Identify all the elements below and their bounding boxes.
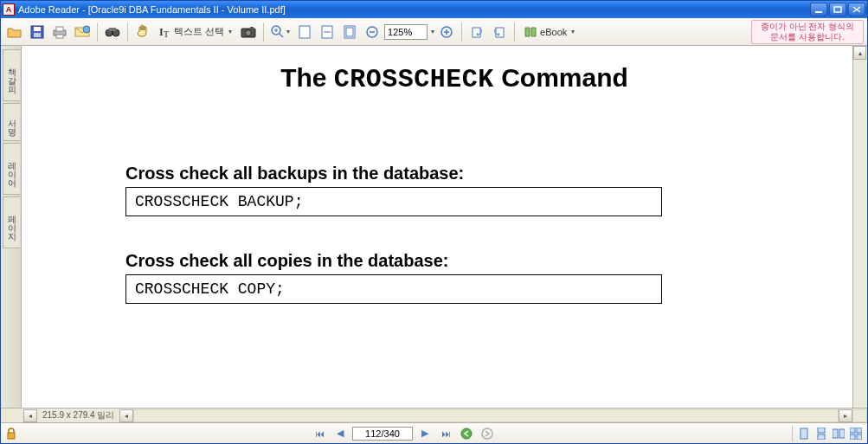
window-title: Adobe Reader - [Oracle9i DBA Fundamental… xyxy=(18,4,286,15)
actual-size-button[interactable] xyxy=(339,22,360,42)
select-text-button[interactable]: IT 텍스트 선택 ▾ xyxy=(155,22,236,42)
toolbar: IT 텍스트 선택 ▾ ▾ ▾ eBook ▾ 종이가 아닌 전자 형식의 문서… xyxy=(1,18,867,46)
continuous-view-button[interactable] xyxy=(813,426,829,441)
zoom-in-button[interactable]: ▾ xyxy=(268,22,293,42)
facing-icon xyxy=(833,428,845,440)
rotate-ccw-icon xyxy=(470,25,484,39)
snapshot-button[interactable] xyxy=(238,22,259,42)
first-page-button[interactable]: ⏮ xyxy=(311,426,328,441)
lock-icon xyxy=(4,427,18,441)
minimize-icon xyxy=(814,6,823,13)
open-button[interactable] xyxy=(4,22,25,42)
ebook-label: eBook xyxy=(540,27,567,37)
svg-rect-7 xyxy=(56,35,63,38)
notice-line2: 문서를 사용합니다. xyxy=(754,32,861,42)
svg-rect-1 xyxy=(834,7,841,12)
search-button[interactable] xyxy=(102,22,123,42)
hscroll-track[interactable] xyxy=(133,409,839,422)
nav-separator xyxy=(792,426,793,441)
side-tab-pages[interactable]: 페이지 xyxy=(3,196,20,248)
back-button[interactable] xyxy=(458,426,475,441)
svg-rect-27 xyxy=(8,433,15,439)
chevron-down-icon[interactable]: ▾ xyxy=(431,28,434,35)
hand-tool-button[interactable] xyxy=(132,22,153,42)
scroll-up-button[interactable]: ▴ xyxy=(853,46,866,60)
code-block: CROSSCHECK BACKUP; xyxy=(125,187,662,216)
print-button[interactable] xyxy=(49,22,70,42)
save-button[interactable] xyxy=(27,22,48,42)
side-tab-signatures[interactable]: 서명 xyxy=(3,103,20,141)
svg-rect-17 xyxy=(250,27,254,29)
rotate-ccw-button[interactable] xyxy=(466,22,487,42)
notice-line1: 종이가 아닌 전자 형식의 xyxy=(754,22,861,32)
svg-rect-36 xyxy=(857,428,862,433)
prev-page-button[interactable]: ◀ xyxy=(331,426,349,441)
continuous-facing-icon xyxy=(850,428,862,440)
back-circle-icon xyxy=(460,428,473,440)
section-heading: Cross check all copies in the database: xyxy=(125,251,783,271)
ebook-button[interactable]: eBook ▾ xyxy=(519,22,579,42)
svg-rect-4 xyxy=(34,33,41,37)
last-page-button[interactable]: ⏭ xyxy=(437,426,454,441)
svg-rect-26 xyxy=(496,28,504,37)
folder-open-icon xyxy=(7,25,23,39)
page-dimensions: 215.9 x 279.4 밀리 xyxy=(37,409,119,421)
next-page-button[interactable]: ▶ xyxy=(416,426,434,441)
single-page-view-button[interactable] xyxy=(796,426,812,441)
scroll-right-button[interactable]: ▸ xyxy=(839,409,852,422)
book-icon xyxy=(524,26,537,38)
zoom-out-button[interactable] xyxy=(362,22,383,42)
svg-rect-33 xyxy=(833,429,838,438)
navigation-bar: ⏮ ◀ ▶ ⏭ xyxy=(1,422,867,443)
svg-rect-37 xyxy=(850,434,855,440)
section-heading: Cross check all backups in the database: xyxy=(125,164,783,183)
titlebar: A Adobe Reader - [Oracle9i DBA Fundament… xyxy=(1,1,867,18)
svg-rect-31 xyxy=(818,428,825,433)
fit-page-button[interactable] xyxy=(294,22,315,42)
svg-point-9 xyxy=(83,26,90,33)
side-tab-bookmarks[interactable]: 책갈피 xyxy=(3,49,20,101)
minus-circle-icon xyxy=(366,26,378,38)
continuous-icon xyxy=(816,428,826,440)
scroll-corner xyxy=(852,409,867,422)
toolbar-notice: 종이가 아닌 전자 형식의 문서를 사용합니다. xyxy=(751,20,864,44)
svg-text:T: T xyxy=(164,29,169,39)
facing-view-button[interactable] xyxy=(831,426,846,441)
code-block: CROSSCHECK COPY; xyxy=(125,274,662,304)
document-page[interactable]: The CROSSCHECK Command Cross check all b… xyxy=(22,46,852,422)
page-number-input[interactable] xyxy=(352,427,413,441)
rotate-cw-button[interactable] xyxy=(489,22,510,42)
svg-rect-34 xyxy=(839,429,845,438)
maximize-icon xyxy=(833,6,842,13)
email-button[interactable] xyxy=(72,22,93,42)
forward-button[interactable] xyxy=(479,426,496,441)
toolbar-separator xyxy=(97,23,98,42)
document-viewport: The CROSSCHECK Command Cross check all b… xyxy=(22,46,867,422)
maximize-button[interactable] xyxy=(829,3,846,16)
side-tab-layers[interactable]: 레이어 xyxy=(3,143,20,195)
zoom-in-plus-button[interactable] xyxy=(436,22,457,42)
toolbar-separator xyxy=(263,23,264,42)
scroll-left-button-2[interactable]: ◂ xyxy=(119,409,133,422)
title-mono: CROSSCHECK xyxy=(334,65,494,94)
hand-icon xyxy=(135,24,151,40)
svg-point-28 xyxy=(461,428,472,439)
scroll-left-button[interactable]: ◂ xyxy=(23,409,37,422)
svg-rect-12 xyxy=(109,28,116,31)
minimize-button[interactable] xyxy=(810,3,827,16)
floppy-icon xyxy=(30,25,44,39)
continuous-facing-view-button[interactable] xyxy=(848,426,864,441)
select-text-label: 텍스트 선택 xyxy=(174,25,224,38)
rotate-cw-icon xyxy=(492,25,506,39)
svg-rect-25 xyxy=(473,28,480,37)
binoculars-icon xyxy=(105,25,120,39)
zoom-input[interactable] xyxy=(384,24,428,40)
svg-rect-6 xyxy=(56,27,63,31)
svg-rect-35 xyxy=(850,428,855,433)
svg-rect-19 xyxy=(299,26,310,38)
svg-rect-30 xyxy=(800,428,807,439)
close-button[interactable] xyxy=(848,3,865,16)
fit-width-button[interactable] xyxy=(317,22,338,42)
toolbar-separator xyxy=(514,23,515,42)
vertical-scrollbar[interactable]: ▴ ▾ xyxy=(852,46,867,422)
